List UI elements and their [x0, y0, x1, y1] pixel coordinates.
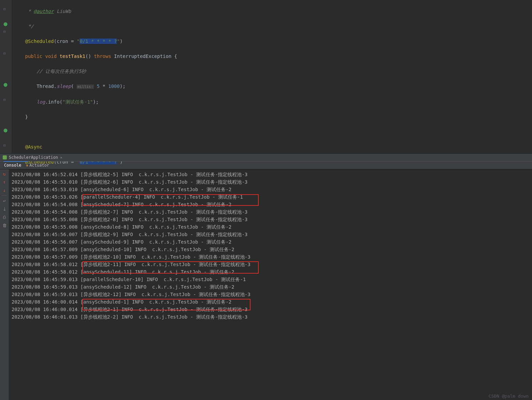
log-line: 2023/08/08 16:45:58.012 [异步线程池2-11] INFO…	[12, 261, 529, 268]
kw: void	[45, 53, 57, 59]
async-annotation: @Async	[25, 144, 43, 150]
print-button[interactable]: ⎙	[1, 214, 7, 220]
scroll-down-button[interactable]: ↓	[1, 187, 7, 193]
run-gutter-icon[interactable]: ⬤	[3, 128, 7, 133]
log-line: 2023/08/08 16:46:00.014 [ansyScheduled-1…	[12, 298, 529, 306]
close-tab-button[interactable]: ×	[60, 155, 63, 160]
gutter: ⊟ ⬤ ⊟ ⊟ ⬤ ⊟ ⬤ ⊟	[0, 0, 12, 153]
separator	[2, 195, 7, 196]
method-call: info	[48, 99, 60, 105]
log-line: 2023/08/08 16:45:59.013 [parallelSchedul…	[12, 276, 529, 283]
log-ref: log	[36, 99, 45, 105]
run-panel-header[interactable]: SchedulerApplication ×	[0, 153, 532, 161]
actuator-icon: ✱	[26, 164, 28, 167]
rerun-button[interactable]: ↻	[1, 171, 7, 177]
code-content[interactable]: * @author LiuWb */ @Scheduled(cron = "0/…	[12, 0, 532, 153]
tab-console-label: Console	[4, 163, 21, 168]
fold-icon[interactable]: ⊟	[3, 143, 6, 148]
cron-value: 0/1 * * * * ?	[80, 39, 117, 44]
kw: throws	[94, 53, 111, 59]
run-config-name: SchedulerApplication	[9, 155, 58, 160]
log-line: 2023/08/08 16:46:01.013 [异步线程池2-2] INFO …	[12, 313, 529, 321]
fold-icon[interactable]: ⊟	[3, 29, 6, 34]
number: 5	[97, 83, 99, 89]
exception-type: InterruptedException	[114, 53, 172, 59]
cron-param: cron =	[57, 39, 77, 44]
scroll-to-end-button[interactable]: ⤓	[1, 206, 7, 212]
log-line: 2023/08/08 16:45:56.007 [ansyScheduled-9…	[12, 238, 529, 246]
run-gutter-icon[interactable]: ⬤	[3, 22, 7, 26]
param-hint: millis:	[77, 84, 94, 89]
soft-wrap-button[interactable]: ↩	[1, 198, 7, 204]
log-line: 2023/08/08 16:45:54.008 [ansyScheduled-7…	[12, 201, 529, 208]
comment: // 让每次任务执行5秒	[36, 68, 86, 74]
watermark: CSDN @palm down	[489, 394, 529, 399]
log-line: 2023/08/08 16:45:59.013 [异步线程池2-12] INFO…	[12, 291, 529, 298]
log-line: 2023/08/08 16:45:57.009 [异步线程池2-10] INFO…	[12, 253, 529, 261]
number: 1000	[108, 83, 120, 89]
javadoc-author-tag: @author	[34, 9, 54, 14]
fold-icon[interactable]: ⊟	[3, 97, 6, 102]
tab-actuator[interactable]: ✱Actuator	[26, 163, 49, 168]
class-ref: Thread	[36, 83, 54, 89]
op: *	[100, 83, 108, 89]
fold-icon[interactable]: ⊟	[3, 51, 6, 56]
tab-console[interactable]: Console	[4, 163, 21, 168]
run-toolbar: ↻ ↑ ↓ ↩ ⤓ ⎙ 🗑	[0, 169, 9, 400]
console-output[interactable]: 2023/08/08 16:45:52.014 [异步线程池2-5] INFO …	[9, 169, 532, 400]
log-line: 2023/08/08 16:45:53.010 [异步线程池2-6] INFO …	[12, 178, 529, 186]
log-line: 2023/08/08 16:45:53.026 [parallelSchedul…	[12, 193, 529, 201]
log-line: 2023/08/08 16:45:57.009 [ansyScheduled-1…	[12, 246, 529, 253]
clear-all-button[interactable]: 🗑	[1, 222, 7, 228]
code-editor[interactable]: ⊟ ⬤ ⊟ ⊟ ⬤ ⊟ ⬤ ⊟ * @author LiuWb */ @Sche…	[0, 0, 532, 153]
run-gutter-icon[interactable]: ⬤	[3, 82, 7, 87]
fold-icon[interactable]: ⊟	[3, 7, 6, 11]
log-line: 2023/08/08 16:45:58.012 [ansyScheduled-1…	[12, 268, 529, 276]
kw: public	[25, 53, 43, 59]
string-literal: "测试任务-1"	[62, 99, 93, 105]
active-tab-indicator	[3, 161, 28, 162]
spring-boot-icon	[3, 155, 7, 159]
tab-actuator-label: Actuator	[30, 163, 49, 168]
log-line: 2023/08/08 16:45:56.007 [异步线程池2-9] INFO …	[12, 231, 529, 238]
author-name: LiuWb	[57, 9, 71, 14]
log-line: 2023/08/08 16:45:54.008 [异步线程池2-7] INFO …	[12, 208, 529, 216]
log-line: 2023/08/08 16:45:55.008 [ansyScheduled-8…	[12, 223, 529, 231]
log-line: 2023/08/08 16:45:53.010 [ansyScheduled-6…	[12, 186, 529, 193]
log-line: 2023/08/08 16:46:00.014 [异步线程池2-1] INFO …	[12, 306, 529, 313]
log-line: 2023/08/08 16:45:59.013 [ansyScheduled-1…	[12, 283, 529, 291]
scheduled-annotation: @Scheduled	[25, 39, 54, 44]
log-line: 2023/08/08 16:45:52.014 [异步线程池2-5] INFO …	[12, 171, 529, 178]
method-name: testTask1	[60, 53, 85, 59]
scroll-up-button[interactable]: ↑	[1, 179, 7, 185]
log-line: 2023/08/08 16:45:55.008 [异步线程池2-8] INFO …	[12, 216, 529, 223]
method-call: sleep	[57, 83, 71, 89]
